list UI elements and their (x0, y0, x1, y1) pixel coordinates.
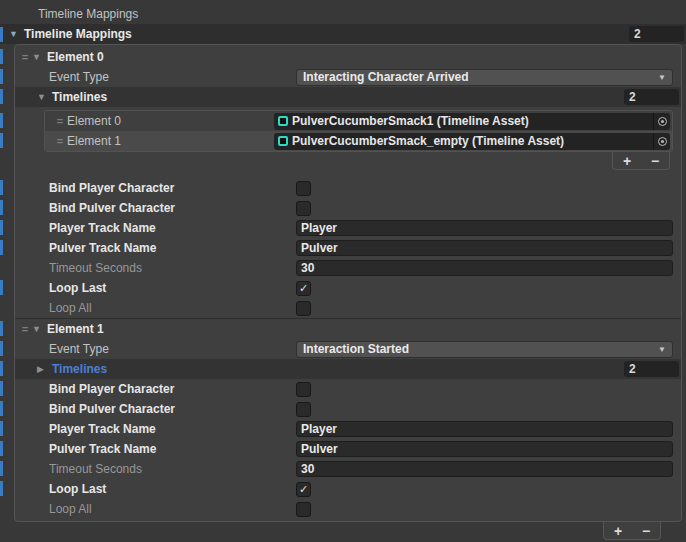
timeline-mappings-list: = ▼ Element 0 Event Type Interacting Cha… (14, 44, 682, 522)
bind-pulver-checkbox[interactable] (296, 201, 311, 216)
player-track-input[interactable]: Player (296, 220, 673, 236)
pulver-track-row: Pulver Track Name Pulver (15, 238, 681, 258)
override-bar (0, 220, 3, 235)
timelines-label: Timelines (52, 362, 107, 376)
remove-timeline-button[interactable]: − (645, 154, 665, 168)
loop-last-label: Loop Last (49, 482, 296, 496)
override-bar (0, 341, 3, 356)
loop-all-row: Loop All (15, 298, 681, 318)
override-bar (0, 27, 3, 42)
add-timeline-button[interactable]: + (617, 154, 637, 168)
loop-all-checkbox[interactable] (296, 502, 311, 517)
override-bar (0, 481, 3, 496)
timelines-foldout-row[interactable]: ▶ Timelines 2 (15, 359, 681, 379)
event-type-value: Interaction Started (303, 342, 409, 356)
player-track-row: Player Track Name Player (15, 419, 681, 439)
script-property-row: Timeline Mappings (0, 4, 686, 24)
bind-player-row: Bind Player Character (15, 379, 681, 399)
bind-player-row: Bind Player Character (15, 178, 681, 198)
add-element-button[interactable]: + (608, 524, 628, 538)
override-bar (0, 89, 3, 104)
timeline-asset-field[interactable]: PulverCucumberSmack1 (Timeline Asset) (274, 113, 670, 130)
drag-handle-icon[interactable]: = (53, 115, 67, 127)
player-track-label: Player Track Name (49, 422, 296, 436)
event-type-row: Event Type Interaction Started ▼ (15, 339, 681, 359)
timelines-foldout-row[interactable]: ▼ Timelines 2 (15, 87, 681, 107)
timeline-asset-icon (278, 116, 288, 126)
object-picker-icon (658, 117, 667, 126)
timeline-asset-icon (278, 136, 288, 146)
loop-all-checkbox[interactable] (296, 301, 311, 316)
timeline-item-label: Element 0 (67, 114, 274, 128)
remove-element-button[interactable]: − (636, 524, 656, 538)
foldout-open-icon[interactable]: ▼ (37, 92, 52, 102)
timeout-input[interactable]: 30 (296, 260, 673, 276)
event-type-dropdown[interactable]: Interacting Character Arrived ▼ (296, 69, 673, 86)
override-bar (0, 381, 3, 396)
foldout-open-icon[interactable]: ▼ (9, 29, 24, 39)
event-type-row: Event Type Interacting Character Arrived… (15, 67, 681, 87)
player-track-input[interactable]: Player (296, 421, 673, 437)
override-bar (0, 49, 3, 64)
element-0-header[interactable]: = ▼ Element 0 (15, 47, 681, 67)
loop-last-checkbox[interactable]: ✓ (296, 281, 311, 296)
pulver-track-label: Pulver Track Name (49, 241, 296, 255)
spacer (15, 170, 681, 178)
loop-last-label: Loop Last (49, 281, 296, 295)
loop-last-checkbox[interactable]: ✓ (296, 482, 311, 497)
object-picker-button[interactable] (653, 113, 670, 130)
bind-pulver-label: Bind Pulver Character (49, 201, 296, 215)
check-icon: ✓ (299, 484, 308, 495)
event-type-dropdown[interactable]: Interaction Started ▼ (296, 341, 673, 358)
loop-last-row: Loop Last ✓ (15, 278, 681, 298)
chevron-down-icon: ▼ (658, 345, 666, 354)
override-bar (0, 461, 3, 476)
timeline-mappings-header[interactable]: ▼ Timeline Mappings 2 (0, 24, 686, 44)
check-icon: ✓ (299, 283, 308, 294)
bind-pulver-row: Bind Pulver Character (15, 198, 681, 218)
element-1-header[interactable]: = ▼ Element 1 (15, 319, 681, 339)
drag-handle-icon[interactable]: = (18, 51, 32, 63)
foldout-closed-icon[interactable]: ▶ (37, 364, 52, 374)
bind-pulver-label: Bind Pulver Character (49, 402, 296, 416)
foldout-open-icon[interactable]: ▼ (32, 324, 47, 334)
timelines-list-footer: + − (612, 152, 670, 170)
script-property-label: Timeline Mappings (38, 7, 138, 21)
object-picker-button[interactable] (653, 133, 670, 150)
pulver-track-input[interactable]: Pulver (296, 240, 673, 256)
override-bar (0, 321, 3, 336)
player-track-label: Player Track Name (49, 221, 296, 235)
timeout-label: Timeout Seconds (49, 462, 296, 476)
timelines-size-field[interactable]: 2 (624, 361, 679, 377)
chevron-down-icon: ▼ (658, 73, 666, 82)
player-track-row: Player Track Name Player (15, 218, 681, 238)
timelines-label: Timelines (52, 90, 107, 104)
foldout-open-icon[interactable]: ▼ (32, 52, 47, 62)
override-bar (0, 421, 3, 436)
bind-player-checkbox[interactable] (296, 181, 311, 196)
timelines-size-field[interactable]: 2 (624, 89, 679, 105)
timeout-input[interactable]: 30 (296, 461, 673, 477)
timeline-item-row[interactable]: = Element 1 PulverCucumberSmack_empty (T… (45, 131, 672, 151)
loop-last-row: Loop Last ✓ (15, 479, 681, 499)
override-bar (0, 69, 3, 84)
bind-player-label: Bind Player Character (49, 382, 296, 396)
timeline-asset-field[interactable]: PulverCucumberSmack_empty (Timeline Asse… (274, 133, 670, 150)
element-1-section: = ▼ Element 1 Event Type Interaction Sta… (15, 318, 681, 519)
bind-player-checkbox[interactable] (296, 382, 311, 397)
override-bar (0, 200, 3, 215)
override-bar (0, 133, 3, 148)
override-bar (0, 113, 3, 128)
timeline-item-row[interactable]: = Element 0 PulverCucumberSmack1 (Timeli… (45, 111, 672, 131)
drag-handle-icon[interactable]: = (53, 135, 67, 147)
timeout-row: Timeout Seconds 30 (15, 258, 681, 278)
drag-handle-icon[interactable]: = (18, 323, 32, 335)
list-size-field[interactable]: 2 (629, 26, 684, 42)
override-bar (0, 441, 3, 456)
pulver-track-input[interactable]: Pulver (296, 441, 673, 457)
bind-pulver-checkbox[interactable] (296, 402, 311, 417)
timeline-asset-name: PulverCucumberSmack1 (Timeline Asset) (292, 114, 653, 128)
override-bar (0, 240, 3, 255)
bind-pulver-row: Bind Pulver Character (15, 399, 681, 419)
loop-all-label: Loop All (49, 301, 296, 315)
